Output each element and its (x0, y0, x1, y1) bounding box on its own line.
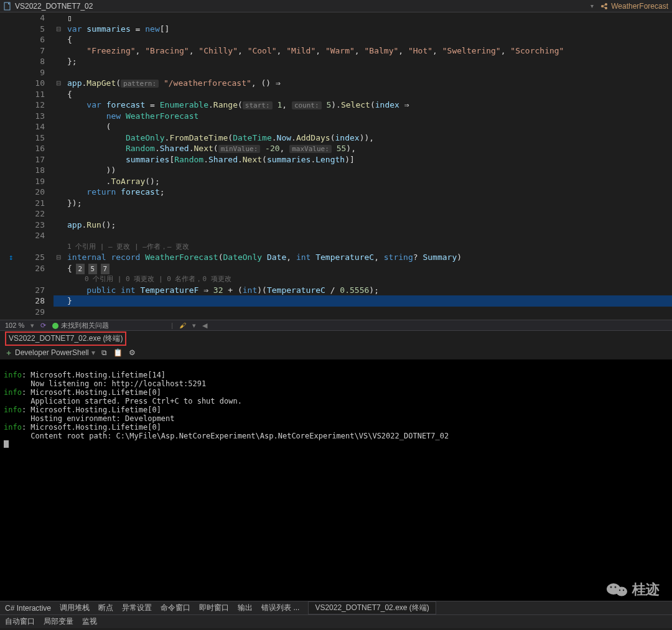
terminal-toolbar: ＋Developer PowerShell▾ ⧉ 📋 ⚙ (0, 346, 672, 359)
doc-tab-bar: VS2022_DOTNET7_02 ▾ WeatherForecast (0, 0, 672, 12)
scroll-left-icon[interactable]: ◀ (202, 322, 207, 330)
code-editor[interactable]: 456789101112131415161718192021222324 ↕25… (0, 12, 672, 320)
watermark: 桂迹 (606, 580, 660, 599)
line-number-gutter: 456789101112131415161718192021222324 ↕25… (0, 12, 55, 320)
bulb-icon[interactable]: ⟳ (40, 322, 46, 330)
svg-point-7 (615, 586, 617, 588)
code-body[interactable]: ▯ var summaries = new[] { "Freezing", "B… (55, 12, 672, 320)
doc-tab-label[interactable]: VS2022_DOTNET7_02 (15, 2, 93, 11)
fold-column: ⊟⊟⊟ (55, 12, 66, 317)
tab-exception-settings[interactable]: 异常设置 (122, 603, 152, 613)
tab-breakpoints[interactable]: 断点 (98, 603, 113, 613)
status-ok-icon (52, 323, 58, 329)
change-chip[interactable]: 7 (101, 264, 110, 275)
class-icon (600, 2, 609, 11)
implements-margin-icon[interactable]: ↕ (9, 252, 14, 263)
tab-locals[interactable]: 局部变量 (44, 616, 73, 627)
zoom-dropdown-icon[interactable]: ▾ (30, 322, 34, 330)
tab-command-window[interactable]: 命令窗口 (161, 603, 190, 613)
tab-callstack[interactable]: 调用堆栈 (60, 603, 90, 613)
editor-status-bar: 102 % ▾ ⟳ 未找到相关问题 | 🖌▾ ◀ (0, 320, 672, 331)
debug-window-tabs: 自动窗口 局部变量 监视 (0, 614, 672, 628)
terminal-tab-label[interactable]: VS2022_DOTNET7_02.exe (终端) (5, 331, 126, 346)
zoom-level[interactable]: 102 % (5, 322, 24, 329)
tab-autos[interactable]: 自动窗口 (5, 616, 35, 627)
terminal-tab-header: VS2022_DOTNET7_02.exe (终端) (0, 331, 672, 346)
csharp-file-icon (4, 2, 12, 11)
svg-point-9 (623, 590, 624, 591)
tab-output[interactable]: 输出 (238, 603, 253, 613)
tab-csharp-interactive[interactable]: C# Interactive (5, 604, 51, 613)
tab-error-list[interactable]: 错误列表 ... (261, 603, 299, 613)
codelens[interactable]: 0 个引用 | 0 项更改 | 0 名作者，0 项更改 (55, 274, 672, 285)
output-window-tabs: C# Interactive 调用堆栈 断点 异常设置 命令窗口 即时窗口 输出… (0, 601, 672, 614)
issue-status[interactable]: 未找到相关问题 (61, 322, 109, 329)
codelens[interactable]: 1 个引用 | – 更改 | –作者，– 更改 (55, 241, 672, 252)
tab-watch[interactable]: 监视 (82, 616, 97, 627)
fold-toggle[interactable]: ⊟ (55, 24, 66, 35)
type-nav-label[interactable]: WeatherForecast (611, 2, 668, 11)
nav-split-dropdown-icon[interactable]: ▾ (587, 2, 597, 9)
svg-point-6 (610, 586, 612, 588)
terminal-cursor (4, 440, 9, 448)
fold-toggle[interactable]: ⊟ (55, 252, 66, 263)
change-chip[interactable]: 5 (88, 264, 97, 275)
terminal-output[interactable]: info: Microsoft.Hosting.Lifetime[14] Now… (0, 359, 672, 601)
wechat-icon (606, 580, 628, 599)
watermark-text: 桂迹 (632, 580, 660, 599)
fold-toggle[interactable]: ⊟ (55, 78, 66, 89)
plus-icon: ＋ (5, 348, 12, 358)
new-shell-button[interactable]: ＋Developer PowerShell▾ (5, 348, 95, 358)
tab-immediate-window[interactable]: 即时窗口 (199, 603, 229, 613)
paste-icon[interactable]: 📋 (113, 348, 123, 357)
svg-point-8 (619, 590, 620, 591)
gear-icon[interactable]: ⚙ (129, 348, 136, 357)
brush-icon[interactable]: 🖌 (179, 322, 186, 329)
copy-icon[interactable]: ⧉ (101, 348, 107, 357)
svg-point-5 (616, 587, 627, 596)
change-chip[interactable]: 2 (76, 264, 85, 275)
tab-terminal-active[interactable]: VS2022_DOTNET7_02.exe (终端) (308, 601, 436, 614)
